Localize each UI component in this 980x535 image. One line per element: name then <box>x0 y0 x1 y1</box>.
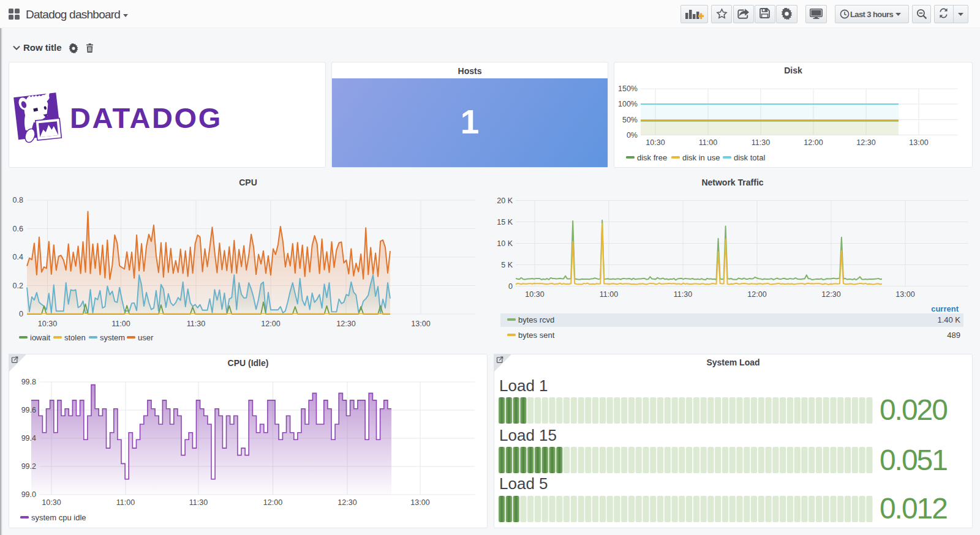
svg-text:150%: 150% <box>618 84 638 93</box>
svg-text:Network Traffic: Network Traffic <box>701 178 763 187</box>
svg-text:11:30: 11:30 <box>752 138 770 147</box>
svg-text:5 K: 5 K <box>501 261 513 269</box>
svg-text:10:30: 10:30 <box>525 290 544 299</box>
svg-text:0.2: 0.2 <box>13 282 23 290</box>
svg-text:12:30: 12:30 <box>821 290 840 299</box>
svg-text:12:00: 12:00 <box>804 138 823 147</box>
svg-text:system cpu idle: system cpu idle <box>31 513 86 522</box>
svg-text:CPU: CPU <box>239 178 257 187</box>
svg-text:10:30: 10:30 <box>42 498 61 507</box>
svg-text:11:00: 11:00 <box>111 320 130 328</box>
svg-text:489: 489 <box>947 331 960 340</box>
svg-text:11:00: 11:00 <box>600 290 618 299</box>
svg-text:12:30: 12:30 <box>337 498 356 507</box>
svg-text:13:00: 13:00 <box>895 290 914 299</box>
svg-text:11:30: 11:30 <box>674 290 692 299</box>
svg-text:99.8: 99.8 <box>21 378 36 386</box>
svg-text:iowait: iowait <box>30 333 51 342</box>
svg-text:13:00: 13:00 <box>410 498 429 507</box>
svg-text:50%: 50% <box>622 116 638 124</box>
svg-text:0: 0 <box>19 310 23 318</box>
svg-text:99.0: 99.0 <box>21 490 36 499</box>
svg-text:Load 15: Load 15 <box>499 426 557 444</box>
svg-text:system: system <box>100 333 125 342</box>
svg-text:Disk: Disk <box>784 65 802 75</box>
svg-text:0%: 0% <box>627 131 638 140</box>
svg-text:current: current <box>931 304 959 313</box>
svg-text:bytes sent: bytes sent <box>518 331 555 340</box>
svg-text:99.6: 99.6 <box>21 406 36 414</box>
svg-text:99.4: 99.4 <box>21 434 36 443</box>
svg-text:CPU (Idle): CPU (Idle) <box>228 358 269 368</box>
svg-text:11:30: 11:30 <box>189 498 208 507</box>
svg-text:13:00: 13:00 <box>411 320 430 328</box>
svg-text:0.020: 0.020 <box>880 394 947 426</box>
svg-text:13:00: 13:00 <box>909 138 928 147</box>
svg-text:10:30: 10:30 <box>38 320 57 328</box>
svg-text:disk free: disk free <box>637 153 667 162</box>
svg-text:12:00: 12:00 <box>261 320 280 328</box>
svg-text:15 K: 15 K <box>497 218 513 226</box>
svg-text:20 K: 20 K <box>497 196 513 205</box>
svg-text:1.40 K: 1.40 K <box>937 315 960 324</box>
svg-text:12:30: 12:30 <box>856 138 875 147</box>
svg-text:bytes rcvd: bytes rcvd <box>518 315 554 324</box>
svg-text:12:00: 12:00 <box>747 290 766 299</box>
svg-text:12:00: 12:00 <box>263 498 282 507</box>
svg-text:11:00: 11:00 <box>699 138 717 147</box>
svg-text:0.6: 0.6 <box>13 225 23 233</box>
svg-text:99.2: 99.2 <box>21 462 36 471</box>
svg-text:Load 1: Load 1 <box>499 376 548 395</box>
svg-text:disk in use: disk in use <box>682 153 720 162</box>
svg-text:System Load: System Load <box>706 357 760 367</box>
svg-text:0.4: 0.4 <box>13 253 23 261</box>
svg-text:11:30: 11:30 <box>187 320 205 328</box>
svg-text:stolen: stolen <box>64 333 86 342</box>
svg-text:10 K: 10 K <box>497 239 513 248</box>
svg-text:100%: 100% <box>618 100 638 108</box>
svg-text:0.8: 0.8 <box>13 196 23 204</box>
svg-text:0: 0 <box>508 282 513 291</box>
svg-text:0.012: 0.012 <box>880 492 947 525</box>
svg-text:11:00: 11:00 <box>116 498 135 507</box>
svg-text:Load 5: Load 5 <box>499 474 548 493</box>
svg-text:user: user <box>138 333 154 342</box>
svg-text:0.051: 0.051 <box>880 444 947 476</box>
svg-text:12:30: 12:30 <box>336 320 355 328</box>
svg-text:DATADOG: DATADOG <box>70 102 222 134</box>
svg-text:10:30: 10:30 <box>646 138 665 147</box>
svg-text:disk total: disk total <box>734 153 765 162</box>
